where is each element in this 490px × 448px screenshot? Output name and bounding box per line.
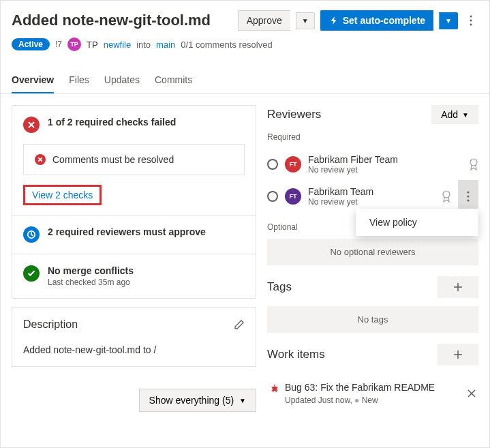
reviewer-row[interactable]: FT Fabrikam Fiber Team No review yet (267, 149, 478, 180)
target-branch-link[interactable]: main (156, 40, 175, 50)
tab-updates[interactable]: Updates (104, 68, 140, 93)
check-icon (23, 265, 40, 282)
reviewer-status: No review yet (308, 165, 462, 175)
svg-point-8 (468, 200, 470, 202)
reviewers-section: Reviewers Add ▼ Required FT Fabrikam Fib… (267, 105, 478, 265)
approve-button[interactable]: Approve (238, 10, 290, 31)
description-body: Added note-new-git-tool.md to / (23, 344, 245, 355)
work-item-meta: Updated Just now, ● New (285, 395, 435, 405)
author-name: TP (87, 40, 98, 50)
remove-work-item-button[interactable] (468, 389, 476, 398)
no-optional-reviewers: No optional reviewers (267, 239, 478, 265)
page-title: Added note-new-git-tool.md (12, 12, 232, 29)
edit-description-button[interactable] (234, 319, 245, 330)
reviewer-status: No review yet (308, 197, 435, 207)
svg-point-4 (470, 159, 477, 166)
checks-card: 1 of 2 required checks failed Comments m… (12, 105, 256, 299)
pr-id: !7 (55, 40, 62, 49)
tab-files[interactable]: Files (69, 68, 89, 93)
plus-icon (453, 282, 463, 293)
header: Added note-new-git-tool.md Approve ▼ Set… (1, 1, 489, 57)
show-everything-button[interactable]: Show everything (5) ▼ (139, 389, 256, 412)
more-vertical-icon (467, 191, 470, 202)
reviewer-avatar: FT (285, 156, 301, 173)
close-icon (468, 389, 476, 398)
svg-point-7 (468, 196, 470, 198)
merge-checked-time: Last checked 35m ago (48, 278, 134, 287)
lightning-icon (329, 16, 339, 25)
policy-ribbon-icon (469, 158, 478, 170)
meta-row: Active !7 TP TP newfile into main 0/1 co… (12, 38, 478, 51)
description-card: Description Added note-new-git-tool.md t… (12, 307, 256, 367)
chevron-down-icon: ▼ (302, 17, 309, 25)
reviewers-required-text: 2 required reviewers must approve (48, 226, 206, 237)
svg-point-2 (470, 24, 472, 26)
view-policy-menu-item[interactable]: View policy (356, 209, 478, 236)
tabs: Overview Files Updates Commits (1, 68, 489, 94)
clock-icon (23, 226, 40, 243)
svg-point-0 (470, 16, 472, 18)
svg-point-9 (273, 386, 277, 391)
comments-resolved: 0/1 comments resolved (181, 40, 272, 50)
fail-icon (23, 117, 40, 133)
tab-overview[interactable]: Overview (12, 68, 54, 93)
reviewer-vote-radio[interactable] (267, 159, 278, 170)
reviewer-vote-radio[interactable] (267, 191, 278, 202)
policy-ribbon-icon (442, 190, 451, 203)
add-reviewer-button[interactable]: Add ▼ (431, 105, 478, 124)
approve-dropdown[interactable]: ▼ (296, 12, 315, 29)
chevron-down-icon: ▼ (462, 111, 469, 119)
bug-icon (270, 383, 279, 393)
status-badge: Active (12, 38, 50, 50)
reviewers-heading: Reviewers (267, 108, 321, 121)
autocomplete-dropdown[interactable]: ▼ (439, 12, 458, 29)
no-tags: No tags (267, 306, 478, 333)
work-item-row[interactable]: Bug 63: Fix the Fabrikam README Updated … (267, 374, 478, 413)
work-items-section: Work items Bug 63: Fix the Fabrikam READ… (267, 344, 478, 413)
required-label: Required (267, 132, 478, 142)
author-avatar[interactable]: TP (67, 38, 81, 51)
reviewer-row[interactable]: FT Fabrikam Team No review yet View poli… (267, 180, 478, 213)
tab-commits[interactable]: Commits (155, 68, 192, 93)
add-tag-button[interactable] (438, 276, 478, 298)
source-branch-link[interactable]: newfile (104, 40, 131, 50)
chevron-down-icon: ▼ (239, 397, 246, 404)
pencil-icon (234, 319, 245, 330)
work-item-title: Bug 63: Fix the Fabrikam README (285, 382, 435, 393)
view-checks-link[interactable]: View 2 checks (23, 185, 102, 205)
svg-point-5 (443, 191, 450, 198)
fail-icon (35, 154, 46, 165)
more-actions-button[interactable] (463, 10, 478, 31)
tags-heading: Tags (267, 280, 292, 294)
reviewer-avatar: FT (285, 188, 301, 205)
more-vertical-icon (470, 15, 472, 26)
reviewer-name: Fabrikam Team (308, 186, 435, 197)
set-autocomplete-button[interactable]: Set auto-complete (320, 10, 433, 31)
svg-point-1 (470, 20, 472, 22)
add-work-item-button[interactable] (438, 344, 478, 365)
tags-section: Tags No tags (267, 276, 478, 333)
svg-point-6 (468, 192, 470, 194)
merge-status: No merge conflicts (48, 265, 134, 276)
plus-icon (453, 349, 463, 360)
reviewer-more-button[interactable] (458, 180, 478, 213)
chevron-down-icon: ▼ (445, 17, 452, 25)
reviewer-name: Fabrikam Fiber Team (308, 154, 462, 165)
check-item: Comments must be resolved (23, 144, 245, 175)
work-items-heading: Work items (267, 348, 325, 361)
description-heading: Description (23, 318, 78, 331)
checks-summary: 1 of 2 required checks failed (48, 117, 176, 128)
